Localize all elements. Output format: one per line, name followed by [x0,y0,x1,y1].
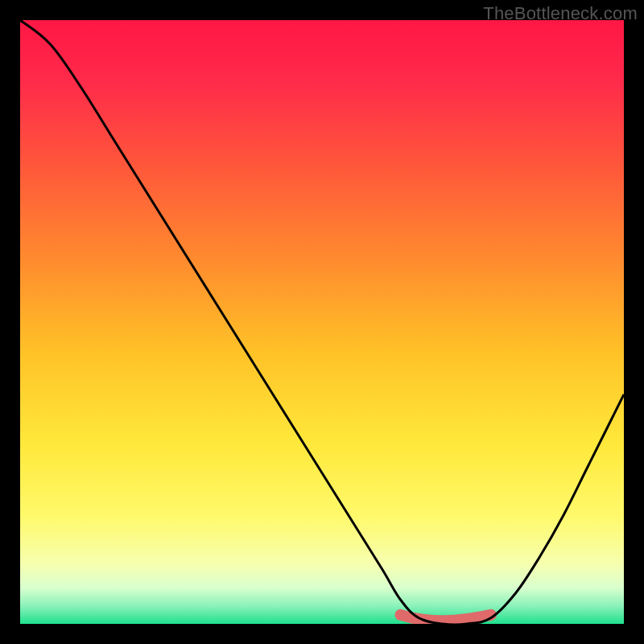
plot-area [20,20,624,624]
chart-svg [20,20,624,624]
chart-frame: TheBottleneck.com [0,0,644,644]
gradient-background [20,20,624,624]
